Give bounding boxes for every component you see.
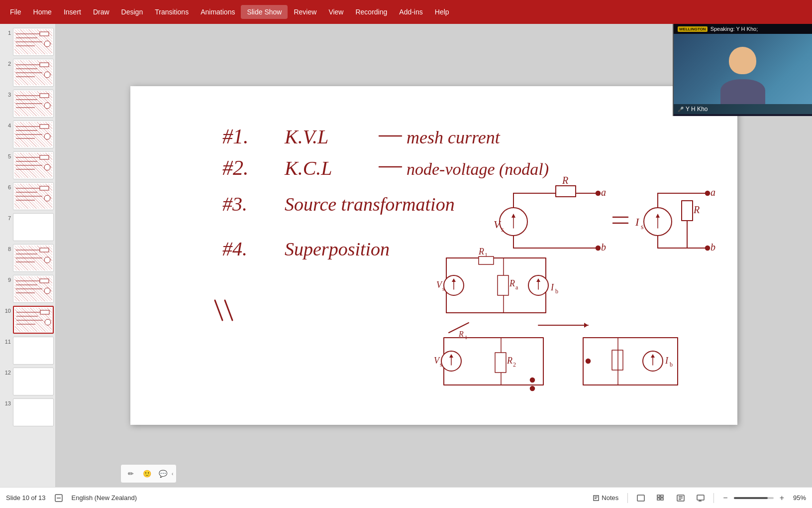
language: English (New Zealand) [72,494,137,502]
slide-thumb-13[interactable]: 13 [2,398,53,426]
slide-info: Slide 10 of 13 [6,494,46,502]
menu-addins[interactable]: Add-ins [393,5,428,19]
svg-text:#2.: #2. [222,156,249,179]
menu-review[interactable]: Review [288,5,322,19]
slide-canvas: #1. K.V.L mesh current #2. K.C.L node-vo… [130,86,737,425]
video-body: 🎤 Y H Kho [674,34,812,114]
slide-thumb-4[interactable]: 4 [2,121,53,148]
menu-view[interactable]: View [322,5,349,19]
svg-line-66 [215,300,222,320]
slide-thumb-12[interactable]: 12 [2,368,53,395]
zoom-slider[interactable] [734,497,774,499]
video-logo: WELLINGTON [678,26,708,32]
slide-thumb-10[interactable]: 10 [2,306,53,334]
menu-bar: File Home Insert Draw Design Transitions… [0,0,812,24]
svg-text:R: R [562,175,568,186]
svg-rect-105 [479,256,494,264]
presenter-view-button[interactable] [694,493,708,504]
notes-button[interactable]: Notes [590,492,621,504]
slide-panel[interactable]: 1 2 3 4 [0,24,56,487]
reading-view-button[interactable] [674,493,688,504]
notes-label: Notes [602,494,618,502]
slide-thumb-9[interactable]: 9 [2,275,53,303]
slide-lines-4 [15,123,52,146]
slide-image-5 [13,151,54,179]
person-head [729,47,756,74]
slide-thumb-1[interactable]: 1 [2,28,53,56]
svg-marker-124 [584,323,588,328]
svg-text:#4.: #4. [222,238,247,260]
svg-rect-151 [657,495,660,497]
slide-image-11 [13,337,54,365]
toolbar-collapse-button[interactable]: ‹ [172,471,173,477]
menu-draw[interactable]: Draw [87,5,115,19]
slide-thumb-8[interactable]: 8 [2,244,53,272]
svg-point-11 [44,72,50,78]
slide-thumb-3[interactable]: 3 [2,90,53,118]
video-name: Y H Kho [686,106,708,113]
svg-point-29 [44,164,50,170]
accessibility-button[interactable] [52,492,66,504]
menu-recording[interactable]: Recording [349,5,393,19]
zoom-out-button[interactable]: − [720,493,730,504]
slide-thumb-6[interactable]: 6 [2,182,53,210]
svg-text:R: R [507,356,512,366]
menu-file[interactable]: File [4,5,27,19]
slide-image-3 [13,90,54,118]
menu-help[interactable]: Help [429,5,455,19]
slide-image-12 [13,368,54,395]
slide-num-13: 13 [2,400,11,406]
slide-thumb-2[interactable]: 2 [2,59,53,87]
normal-view-button[interactable] [634,493,648,504]
pen-tool-button[interactable]: ✏ [124,467,138,481]
menu-design[interactable]: Design [115,5,149,19]
slide-image-8 [13,244,54,272]
svg-rect-22 [40,125,49,128]
menu-insert[interactable]: Insert [58,5,87,19]
zoom-in-button[interactable]: + [777,493,787,504]
video-person [713,44,773,104]
svg-rect-93 [682,201,693,221]
svg-text:node-voltage (nodal): node-voltage (nodal) [406,160,549,179]
slide-thumb-11[interactable]: 11 [2,337,53,365]
svg-text:2: 2 [513,361,516,368]
slide-lines-1 [15,30,52,54]
svg-rect-150 [637,495,644,501]
svg-line-67 [225,300,232,320]
svg-text:b: b [555,288,558,295]
svg-text:b: b [670,361,673,368]
divider [627,493,628,503]
svg-text:R: R [509,278,515,288]
svg-text:b: b [601,242,606,253]
menu-slideshow[interactable]: Slide Show [241,5,288,19]
divider2 [713,493,714,503]
chat-button[interactable]: 💬 [156,467,170,481]
svg-text:I: I [550,282,554,292]
zoom-percent: 95% [793,494,806,502]
svg-text:Source transformation: Source transformation [285,194,455,215]
slide-image-4 [13,121,54,148]
slide-image-6 [13,182,54,210]
svg-text:R: R [458,330,464,338]
svg-text:K.V.L: K.V.L [284,126,328,148]
slide-num-6: 6 [2,184,11,190]
menu-transitions[interactable]: Transitions [149,5,195,19]
slide-thumb-5[interactable]: 5 [2,151,53,179]
menu-home[interactable]: Home [27,5,58,19]
svg-text:K.C.L: K.C.L [284,157,332,179]
slide-image-7 [13,213,54,241]
slide-thumb-7[interactable]: 7 [2,213,53,241]
svg-point-100 [706,246,710,250]
slide-image-10 [13,306,54,334]
slide-sorter-button[interactable] [654,493,668,504]
svg-rect-153 [657,498,660,500]
svg-point-23 [44,133,50,139]
svg-point-35 [44,195,50,201]
emoji-button[interactable]: 🙂 [140,467,154,481]
svg-point-17 [44,103,50,109]
svg-rect-159 [697,495,704,500]
svg-rect-40 [40,248,49,252]
menu-animations[interactable]: Animations [195,5,241,19]
svg-rect-34 [40,186,49,190]
svg-point-138 [586,359,590,363]
